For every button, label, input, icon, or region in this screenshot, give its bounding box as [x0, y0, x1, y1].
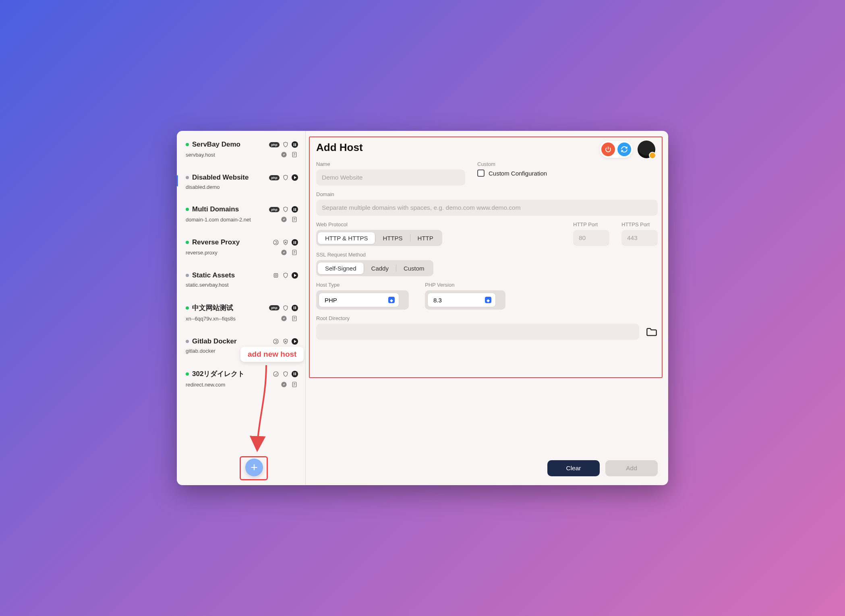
svg-point-4 — [273, 240, 278, 245]
pause-icon[interactable] — [292, 239, 298, 246]
status-dot — [186, 372, 189, 376]
name-input[interactable] — [316, 170, 465, 186]
php-badge-icon: php — [269, 175, 280, 180]
app-window: ServBay Demo php servbay.host Disabled W… — [177, 131, 668, 485]
add-button[interactable]: Add — [605, 460, 658, 476]
status-dot — [186, 306, 189, 310]
shield-icon — [282, 304, 289, 312]
pause-icon[interactable] — [292, 141, 298, 148]
https-port-input[interactable] — [621, 230, 658, 246]
host-domain: redirect.new.com — [186, 382, 277, 388]
top-action-pill — [600, 141, 633, 158]
seg-protocol-http-https[interactable]: HTTP & HTTPS — [318, 232, 375, 244]
host-name: ServBay Demo — [192, 141, 266, 149]
host-domain: domain-1.com domain-2.net — [186, 217, 277, 223]
sidebar-host-item[interactable]: 302リダイレクト redirect.new.com — [182, 368, 300, 390]
shield-icon — [282, 141, 289, 148]
compass-icon[interactable] — [280, 249, 288, 256]
host-name: 302リダイレクト — [192, 369, 269, 378]
sidebar-host-item[interactable]: ServBay Demo php servbay.host — [182, 139, 300, 160]
label-ssl-method: SSL Request Method — [316, 252, 658, 258]
label-name: Name — [316, 161, 465, 167]
shield-x-icon — [282, 239, 289, 246]
shield-icon — [282, 206, 289, 213]
pause-icon[interactable] — [292, 305, 298, 311]
seg-ssl-caddy[interactable]: Caddy — [364, 263, 396, 274]
avatar[interactable] — [638, 141, 655, 158]
sidebar-host-item[interactable]: Static Assets static.servbay.host — [182, 270, 300, 289]
status-dot — [186, 340, 189, 343]
add-host-button[interactable]: + — [245, 459, 263, 476]
power-button[interactable] — [601, 143, 615, 156]
proxy-icon — [272, 338, 280, 345]
host-domain: reverse.proxy — [186, 250, 277, 256]
sidebar: ServBay Demo php servbay.host Disabled W… — [177, 131, 306, 485]
host-domain: disabled.demo — [186, 184, 298, 190]
play-icon[interactable] — [292, 174, 298, 181]
host-domain: gitlab.docker — [186, 348, 298, 354]
refresh-button[interactable] — [617, 143, 631, 156]
host-name: Gitlab Docker — [192, 337, 269, 345]
host-name: Multi Domains — [192, 205, 266, 213]
http-port-input[interactable] — [573, 230, 609, 246]
svg-point-11 — [273, 372, 278, 376]
shield-x-icon — [282, 338, 289, 345]
php-badge-icon: php — [269, 207, 280, 212]
label-domain: Domain — [316, 191, 658, 197]
ssl-method-segmented: Self-Signed Caddy Custom — [316, 260, 433, 276]
svg-point-10 — [273, 339, 278, 344]
seg-ssl-custom[interactable]: Custom — [396, 263, 432, 274]
label-https-port: HTTPS Port — [621, 221, 658, 227]
php-badge-icon: php — [269, 142, 280, 147]
pause-icon[interactable] — [292, 371, 298, 377]
host-name: Disabled Website — [192, 174, 266, 182]
clear-button[interactable]: Clear — [547, 460, 600, 476]
custom-config-checkbox[interactable] — [477, 170, 485, 177]
host-domain: static.servbay.host — [186, 282, 298, 288]
custom-config-label: Custom Configuration — [489, 170, 547, 177]
compass-icon[interactable] — [280, 315, 288, 322]
host-name: Static Assets — [192, 271, 269, 279]
sidebar-host-item[interactable]: Reverse Proxy reverse.proxy — [182, 237, 300, 258]
label-host-type: Host Type — [316, 282, 409, 288]
label-php-version: PHP Version — [425, 282, 505, 288]
host-name: Reverse Proxy — [192, 238, 269, 246]
compass-icon[interactable] — [280, 381, 288, 388]
seg-protocol-https[interactable]: HTTPS — [375, 232, 410, 244]
root-directory-input[interactable] — [316, 324, 639, 340]
sidebar-host-item[interactable]: Gitlab Docker gitlab.docker — [182, 336, 300, 356]
status-dot — [186, 274, 189, 277]
sidebar-host-item[interactable]: 中文网站测试 php xn--6qq79v.xn--fiqs8s — [182, 302, 300, 324]
chevron-updown-icon — [388, 297, 395, 303]
shield-icon — [282, 370, 289, 378]
label-root-directory: Root Directory — [316, 315, 658, 321]
sidebar-host-item[interactable]: Multi Domains php domain-1.com domain-2.… — [182, 204, 300, 225]
compass-icon[interactable] — [280, 216, 288, 223]
shield-icon — [282, 272, 289, 279]
status-dot — [186, 208, 189, 211]
note-icon[interactable] — [291, 151, 298, 158]
note-icon[interactable] — [291, 216, 298, 223]
label-http-port: HTTP Port — [573, 221, 609, 227]
seg-ssl-self-signed[interactable]: Self-Signed — [318, 263, 364, 274]
status-dot — [186, 176, 189, 179]
note-icon[interactable] — [291, 381, 298, 388]
host-domain: xn--6qq79v.xn--fiqs8s — [186, 316, 277, 322]
host-name: 中文网站测试 — [192, 303, 266, 312]
shield-icon — [282, 174, 289, 181]
sidebar-host-item[interactable]: Disabled Website php disabled.demo — [182, 172, 300, 192]
php-version-select[interactable]: 8.3 — [427, 293, 496, 307]
redirect-icon — [272, 370, 280, 378]
note-icon[interactable] — [291, 315, 298, 322]
play-icon[interactable] — [292, 338, 298, 345]
browse-folder-button[interactable] — [646, 327, 658, 337]
label-web-protocol: Web Protocol — [316, 221, 561, 227]
domain-input[interactable] — [316, 200, 658, 216]
compass-icon[interactable] — [280, 151, 288, 158]
seg-protocol-http[interactable]: HTTP — [410, 232, 441, 244]
note-icon[interactable] — [291, 249, 298, 256]
pause-icon[interactable] — [292, 206, 298, 213]
host-type-select[interactable]: PHP — [319, 293, 399, 307]
chevron-updown-icon — [485, 297, 491, 303]
play-icon[interactable] — [292, 272, 298, 279]
